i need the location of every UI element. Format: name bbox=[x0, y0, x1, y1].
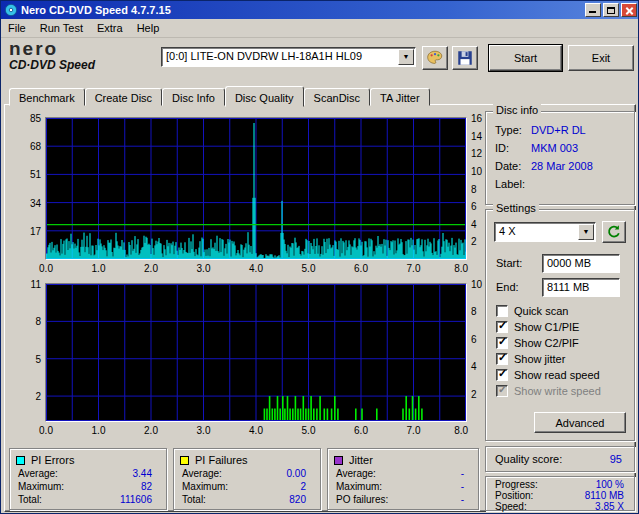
pi-errors-average: 3.44 bbox=[133, 468, 152, 479]
disc-id-value: MKM 003 bbox=[531, 142, 578, 154]
app-icon bbox=[4, 3, 18, 17]
end-position-field[interactable]: 8111 MB bbox=[542, 278, 620, 297]
menubar: File Run Test Extra Help bbox=[1, 19, 639, 38]
refresh-icon bbox=[605, 224, 623, 240]
speed-value: 3.85 X bbox=[595, 501, 624, 512]
pi-failures-plot bbox=[45, 283, 467, 422]
disc-type-value: DVD+R DL bbox=[531, 124, 586, 136]
progress-value: 100 % bbox=[596, 479, 624, 490]
tab-disc-info[interactable]: Disc Info bbox=[162, 88, 225, 106]
disc-date-value: 28 Mar 2008 bbox=[531, 160, 593, 172]
window-controls bbox=[585, 3, 637, 17]
drive-selector-value: [0:0] LITE-ON DVDRW LH-18A1H HL09 bbox=[166, 50, 362, 62]
quality-score-value: 95 bbox=[610, 453, 622, 465]
color-options-button[interactable] bbox=[422, 46, 448, 70]
disc-type-label: Type: bbox=[495, 124, 522, 136]
speed-selector-value: 4 X bbox=[499, 225, 516, 237]
pi-errors-legend-title: PI Errors bbox=[31, 454, 74, 466]
checkbox-box bbox=[496, 385, 508, 397]
jitter-maximum: - bbox=[461, 481, 464, 492]
floppy-disk-icon bbox=[455, 49, 475, 67]
palette-icon bbox=[425, 49, 445, 67]
menu-help[interactable]: Help bbox=[130, 20, 167, 36]
pi-failures-average: 0.00 bbox=[287, 468, 306, 479]
checkbox-box bbox=[496, 369, 508, 381]
pi-errors-x-axis: 0.01.02.03.04.05.06.07.08.0 bbox=[46, 263, 466, 275]
settings-group: Settings 4 X ▼ Start: 0000 MB End: 8111 … bbox=[485, 209, 635, 441]
checkbox-show-c1-pie[interactable]: Show C1/PIE bbox=[496, 320, 579, 334]
tab-create-disc[interactable]: Create Disc bbox=[85, 88, 162, 106]
position-label: Position: bbox=[495, 490, 533, 501]
window-title: Nero CD-DVD Speed 4.7.7.15 bbox=[21, 4, 585, 16]
disc-info-title: Disc info bbox=[493, 104, 541, 116]
speed-selector[interactable]: 4 X ▼ bbox=[494, 222, 596, 242]
jitter-average: - bbox=[461, 468, 464, 479]
drive-selector[interactable]: [0:0] LITE-ON DVDRW LH-18A1H HL09 ▼ bbox=[161, 47, 416, 67]
tab-disc-quality[interactable]: Disc Quality bbox=[225, 86, 304, 107]
position-value: 8110 MB bbox=[585, 490, 624, 501]
start-button[interactable]: Start bbox=[489, 45, 562, 71]
checkbox-show-write-speed: Show write speed bbox=[496, 384, 601, 398]
quality-score-label: Quality score: bbox=[495, 453, 562, 465]
disc-id-label: ID: bbox=[495, 142, 509, 154]
menu-extra[interactable]: Extra bbox=[90, 20, 130, 36]
exit-button[interactable]: Exit bbox=[568, 45, 634, 71]
pi-failures-maximum: 2 bbox=[300, 481, 306, 492]
minimize-button[interactable] bbox=[585, 3, 601, 17]
save-button[interactable] bbox=[452, 46, 478, 70]
pi-failures-total: 820 bbox=[289, 494, 306, 505]
close-button[interactable] bbox=[621, 3, 637, 17]
pi-errors-left-axis: 8568513417 bbox=[17, 118, 43, 259]
disc-date-label: Date: bbox=[495, 160, 521, 172]
pi-errors-plot bbox=[45, 117, 467, 260]
refresh-button[interactable] bbox=[602, 221, 626, 243]
product-name: CD·DVD Speed bbox=[9, 58, 159, 72]
end-position-label: End: bbox=[496, 281, 519, 293]
checkbox-box bbox=[496, 321, 508, 333]
checkbox-show-read-speed[interactable]: Show read speed bbox=[496, 368, 600, 382]
start-position-label: Start: bbox=[496, 257, 522, 269]
pi-errors-legend: PI Errors Average:3.44 Maximum:82 Total:… bbox=[9, 448, 167, 510]
disc-info-group: Disc info Type:DVD+R DL ID:MKM 003 Date:… bbox=[485, 111, 635, 205]
tabstrip: Benchmark Create Disc Disc Info Disc Qua… bbox=[9, 86, 430, 106]
progress-label: Progress: bbox=[495, 479, 538, 490]
app-window: Nero CD-DVD Speed 4.7.7.15 File Run Test… bbox=[0, 0, 639, 514]
jitter-legend-title: Jitter bbox=[349, 454, 373, 466]
progress-box: Progress:100 % Position:8110 MB Speed:3.… bbox=[485, 476, 635, 511]
checkbox-box bbox=[496, 305, 508, 317]
chevron-down-icon[interactable]: ▼ bbox=[398, 49, 414, 65]
pi-failures-legend-title: PI Failures bbox=[195, 454, 248, 466]
pi-errors-total: 111606 bbox=[120, 494, 152, 505]
menu-file[interactable]: File bbox=[1, 20, 33, 36]
nero-wordmark: nero bbox=[9, 40, 159, 58]
start-position-field[interactable]: 0000 MB bbox=[542, 254, 620, 273]
disc-label-label: Label: bbox=[495, 178, 525, 190]
settings-title: Settings bbox=[493, 202, 539, 214]
quality-score-box: Quality score: 95 bbox=[485, 446, 635, 472]
pi-errors-swatch bbox=[16, 456, 25, 465]
checkbox-show-jitter[interactable]: Show jitter bbox=[496, 352, 565, 366]
pi-errors-maximum: 82 bbox=[141, 481, 152, 492]
minimize-icon bbox=[589, 11, 596, 13]
checkbox-box bbox=[496, 353, 508, 365]
tab-ta-jitter[interactable]: TA Jitter bbox=[370, 88, 430, 106]
jitter-swatch bbox=[334, 456, 343, 465]
pi-failures-left-axis: 11852 bbox=[17, 284, 43, 421]
jitter-legend: Jitter Average:- Maximum:- PO failures:- bbox=[327, 448, 479, 510]
tab-benchmark[interactable]: Benchmark bbox=[9, 88, 85, 106]
pi-failures-legend: PI Failures Average:0.00 Maximum:2 Total… bbox=[173, 448, 321, 510]
speed-label: Speed: bbox=[495, 501, 527, 512]
tab-scandisc[interactable]: ScanDisc bbox=[304, 88, 370, 106]
nero-logo: nero CD·DVD Speed bbox=[9, 40, 159, 80]
advanced-button[interactable]: Advanced bbox=[534, 412, 626, 433]
chevron-down-icon[interactable]: ▼ bbox=[578, 224, 594, 240]
pi-failures-x-axis: 0.01.02.03.04.05.06.07.08.0 bbox=[46, 425, 466, 437]
maximize-button[interactable] bbox=[603, 3, 619, 17]
pi-failures-swatch bbox=[180, 456, 189, 465]
po-failures: - bbox=[461, 494, 464, 505]
checkbox-quick-scan[interactable]: Quick scan bbox=[496, 304, 568, 318]
checkbox-show-c2-pif[interactable]: Show C2/PIF bbox=[496, 336, 579, 350]
maximize-icon bbox=[607, 7, 615, 14]
menu-run-test[interactable]: Run Test bbox=[33, 20, 90, 36]
checkbox-box bbox=[496, 337, 508, 349]
